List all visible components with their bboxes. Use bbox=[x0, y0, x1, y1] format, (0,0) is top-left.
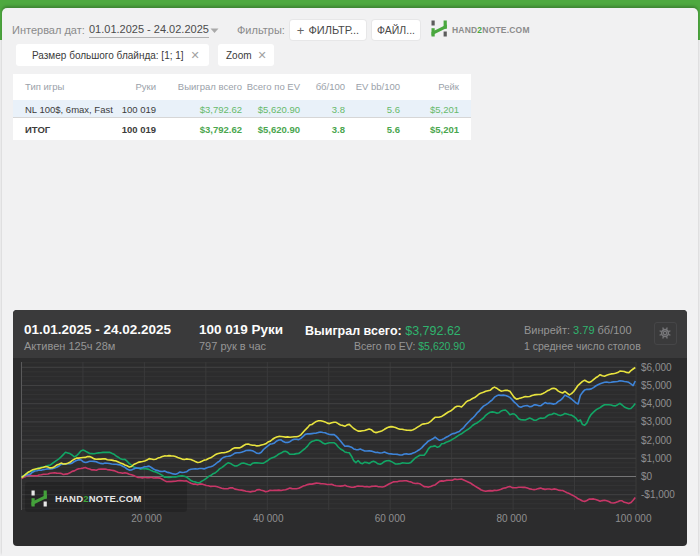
svg-text:$2,000: $2,000 bbox=[641, 435, 672, 446]
svg-text:$4,000: $4,000 bbox=[641, 398, 672, 409]
svg-text:-$1,000: -$1,000 bbox=[641, 489, 675, 500]
svg-text:$3,000: $3,000 bbox=[641, 416, 672, 427]
svg-text:100 000: 100 000 bbox=[615, 513, 652, 524]
svg-text:$0: $0 bbox=[641, 471, 653, 482]
svg-text:20 000: 20 000 bbox=[131, 513, 162, 524]
svg-text:80 000: 80 000 bbox=[496, 513, 527, 524]
svg-text:$6,000: $6,000 bbox=[641, 362, 672, 373]
svg-text:40 000: 40 000 bbox=[253, 513, 284, 524]
svg-text:60 000: 60 000 bbox=[375, 513, 406, 524]
svg-text:$1,000: $1,000 bbox=[641, 453, 672, 464]
svg-text:$5,000: $5,000 bbox=[641, 380, 672, 391]
